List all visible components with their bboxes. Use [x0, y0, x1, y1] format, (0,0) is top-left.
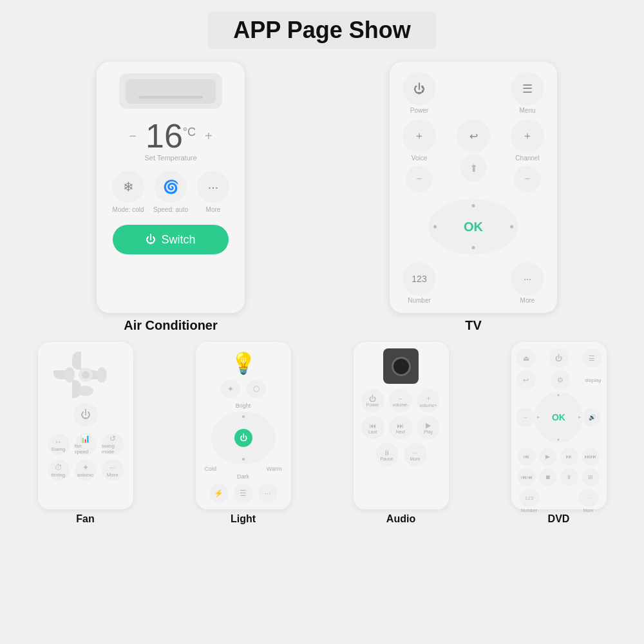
ac-switch-button[interactable]: ⏻ Switch — [113, 225, 229, 254]
dvd-pause-btn[interactable]: ⏸ — [560, 468, 578, 486]
dvd-rew-btn[interactable]: ⏮⏮ — [518, 468, 536, 486]
audio-last-icon: ⏮ — [369, 422, 376, 430]
light-dot-top — [242, 415, 245, 418]
light-cell: 💡 ✦ ⬡ Bright ⏻ Cold Warm Dark ⚡ ☰ ··· Li — [191, 339, 296, 527]
dvd-number-label: Number — [521, 508, 537, 513]
ac-mode-btn[interactable]: ❄ Mode: cold — [112, 171, 144, 213]
audio-more-label: More — [410, 457, 421, 461]
ac-set-label: Set Temperature — [144, 154, 196, 162]
tv-back-button[interactable]: ↩ — [457, 119, 490, 153]
page-title-box: APP Page Show — [207, 12, 436, 49]
fan-swing-button[interactable]: ↔ Swing — [48, 433, 70, 455]
svg-point-1 — [97, 367, 107, 383]
audio-power-btn[interactable]: ⏻ Power — [361, 389, 384, 412]
fan-card: ⏻ ↔ Swing 📊 fan speed ↺ swing mode ⏱ — [38, 342, 133, 509]
dvd-power-btn[interactable]: ⏻ — [549, 348, 569, 368]
audio-play-label: Play — [424, 430, 433, 434]
dvd-number-btn[interactable]: 123 — [519, 489, 540, 507]
bulb-icon: 💡 — [231, 351, 256, 375]
fan-more-button[interactable]: ··· More — [102, 459, 124, 481]
ac-unit-image — [119, 73, 222, 109]
audio-next-btn[interactable]: ⏭ Next — [389, 416, 412, 439]
tv-device-label: TV — [465, 318, 482, 333]
audio-play-btn[interactable]: ▶ Play — [417, 416, 440, 439]
audio-card: ⏻ Power − volume- ＋ volume+ ⏮ Last ⏭ N — [354, 342, 449, 509]
fan-cell: ⏻ ↔ Swing 📊 fan speed ↺ swing mode ⏱ — [33, 339, 138, 527]
tv-voice-minus-btn[interactable]: − — [406, 166, 433, 193]
ac-unit-body — [126, 79, 216, 104]
audio-vol-minus-btn[interactable]: − volume- — [389, 389, 412, 412]
dvd-nav-circle[interactable]: OK — [535, 392, 583, 443]
light-circle[interactable]: ⏻ — [211, 412, 276, 464]
dvd-back-btn[interactable]: ↩ — [516, 370, 536, 390]
tv-number-label: Number — [408, 297, 431, 304]
ac-temp-number: 16 — [146, 117, 183, 155]
tv-menu-button[interactable]: ☰ — [511, 72, 544, 106]
dvd-play-btn[interactable]: ▶ — [539, 448, 557, 466]
dvd-next-btn[interactable]: ⏭⏭ — [582, 448, 600, 466]
audio-more-btn[interactable]: ··· More — [404, 443, 427, 466]
tv-channel-minus-btn[interactable]: − — [514, 166, 541, 193]
audio-last-btn[interactable]: ⏮ Last — [361, 416, 384, 439]
fan-anionic-icon: ✦ — [82, 463, 89, 472]
dvd-card: ⏏ ⏻ ☰ ↩ ⚙ display − OK 🔊 — [511, 342, 607, 509]
dvd-eject-btn[interactable]: ⏏ — [516, 348, 536, 368]
tv-channel-plus-btn[interactable]: ＋ — [511, 119, 544, 153]
tv-voice-plus-btn[interactable]: ＋ — [402, 119, 436, 153]
light-device-label: Light — [231, 513, 256, 525]
light-btn-1[interactable]: ✦ — [221, 379, 240, 399]
svg-point-2 — [78, 386, 93, 396]
tv-power-button[interactable]: ⏻ — [402, 72, 436, 106]
fan-svg — [63, 352, 108, 397]
fan-blades — [63, 352, 108, 397]
fan-power-button[interactable]: ⏻ — [73, 402, 98, 427]
tv-nav-circle[interactable]: OK — [428, 199, 518, 254]
ac-controls: ❄ Mode: cold 🌀 Speed: auto ··· More — [112, 171, 229, 213]
dvd-grid-btn[interactable]: ⊞ — [582, 468, 600, 486]
dvd-more-btn[interactable]: ··· — [578, 489, 599, 507]
audio-pause-btn[interactable]: ⏸ Pause — [375, 443, 399, 466]
dvd-vol-minus-btn[interactable]: − — [516, 408, 535, 427]
light-bottom-row: ⚡ ☰ ··· — [209, 484, 278, 503]
tv-more-group: ··· More — [511, 262, 544, 304]
fan-mode-icon: ↺ — [109, 434, 116, 443]
dvd-vol-plus-btn[interactable]: 🔊 — [583, 408, 601, 427]
dvd-display-label: display — [585, 377, 601, 383]
tv-bottom-row: 123 Number ··· More — [402, 262, 544, 304]
tv-nav-dot-bottom — [472, 246, 475, 249]
tv-more-label: More — [520, 297, 535, 304]
dvd-prev-btn[interactable]: ⏮ — [518, 448, 536, 466]
ac-switch-label: Switch — [161, 233, 195, 247]
audio-pause-icon: ⏸ — [383, 449, 390, 457]
ac-temp-row: − 16°C + — [129, 119, 212, 153]
ac-more-btn[interactable]: ··· More — [197, 171, 229, 213]
tv-number-button[interactable]: 123 — [402, 262, 436, 296]
dvd-stop-btn[interactable]: ⏹ — [539, 468, 557, 486]
fan-anionic-button[interactable]: ✦ anionic — [75, 459, 97, 481]
dvd-menu-btn[interactable]: ☰ — [582, 348, 601, 368]
ac-speed-btn[interactable]: 🌀 Speed: auto — [153, 171, 188, 213]
dvd-settings-btn[interactable]: ⚙ — [551, 370, 570, 390]
tv-up-button[interactable]: ⬆ — [460, 155, 487, 182]
fan-speed-button[interactable]: 📊 fan speed — [75, 433, 97, 455]
audio-device-label: Audio — [386, 513, 415, 525]
audio-play-icon: ▶ — [426, 421, 431, 430]
tv-more-button[interactable]: ··· — [511, 262, 544, 296]
ac-speed-label: Speed: auto — [153, 206, 188, 213]
dvd-ff-btn[interactable]: ⏭ — [560, 448, 578, 466]
dvd-dot-bottom — [558, 439, 560, 440]
ac-mode-label: Mode: cold — [113, 206, 144, 213]
audio-power-icon: ⏻ — [369, 395, 376, 402]
audio-power-label: Power — [366, 402, 379, 407]
light-power-button[interactable]: ⏻ — [234, 429, 252, 447]
fan-mode-button[interactable]: ↺ swing mode — [102, 433, 124, 455]
fan-mode-label: swing mode — [102, 443, 124, 455]
light-bottom-btn-3[interactable]: ··· — [258, 484, 278, 503]
fan-timing-button[interactable]: ⏱ timing — [48, 459, 70, 481]
light-btn-2[interactable]: ⬡ — [247, 379, 266, 399]
light-dark-label: Dark — [237, 473, 249, 480]
light-bottom-btn-2[interactable]: ☰ — [234, 484, 253, 503]
audio-vol-plus-btn[interactable]: ＋ volume+ — [417, 389, 440, 412]
light-bottom-btn-1[interactable]: ⚡ — [209, 484, 229, 503]
dvd-dot-right — [578, 417, 580, 419]
